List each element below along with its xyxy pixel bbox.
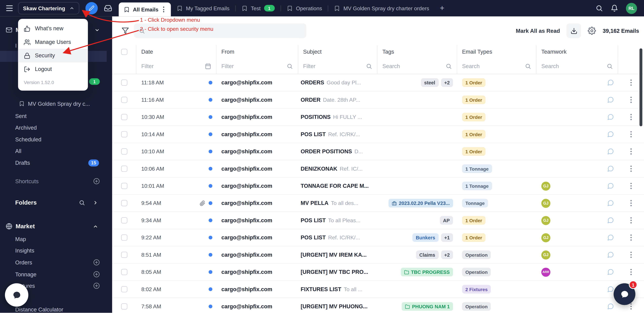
search-icon[interactable]	[596, 4, 603, 12]
teamwork-filter[interactable]: Search	[536, 58, 618, 74]
row-menu-icon[interactable]	[629, 130, 633, 139]
row-checkbox[interactable]	[121, 304, 127, 310]
row-checkbox[interactable]	[121, 149, 127, 155]
row-menu-icon[interactable]	[629, 147, 633, 156]
sidebar-item-insights[interactable]: Insights	[0, 245, 112, 256]
menu-item-whats-new[interactable]: What's new	[18, 22, 88, 35]
tag-chip[interactable]: +2	[441, 78, 453, 87]
table-row[interactable]: 8:51 AMcargo@shipfix.com[URGENT] MV IREM…	[112, 246, 644, 264]
tag-chip[interactable]: steel	[421, 78, 438, 87]
row-checkbox[interactable]	[121, 234, 127, 241]
table-row[interactable]: 10:01 AMcargo@shipfix.comTONNAGE FOR CAP…	[112, 177, 644, 195]
date-filter[interactable]: Filter	[136, 58, 216, 74]
row-checkbox[interactable]	[121, 217, 127, 224]
chat-launcher-right[interactable]: 1	[614, 283, 636, 305]
teamwork-avatar[interactable]: ARR	[541, 267, 550, 277]
row-checkbox[interactable]	[121, 252, 127, 258]
row-checkbox[interactable]	[121, 286, 127, 292]
table-row[interactable]: 11:16 AMcargo@shipfix.comORDERDate. 28th…	[112, 91, 644, 109]
tag-chip[interactable]: AP	[440, 216, 453, 225]
row-menu-icon[interactable]	[629, 164, 633, 173]
sidebar-item-tonnage[interactable]: Tonnage	[0, 269, 112, 280]
column-header-email-types[interactable]: Email Types	[457, 45, 536, 58]
comment-icon[interactable]	[607, 286, 614, 293]
row-checkbox[interactable]	[121, 165, 127, 172]
plus-circle-icon[interactable]	[93, 178, 100, 184]
row-menu-icon[interactable]	[629, 113, 633, 121]
user-avatar[interactable]: RL	[626, 3, 637, 14]
tag-chip[interactable]: +1	[441, 233, 453, 242]
add-tab-button[interactable]: +	[435, 0, 450, 16]
comment-icon[interactable]	[607, 131, 614, 138]
row-checkbox[interactable]	[121, 183, 127, 189]
sidebar-item-drafts[interactable]: Drafts 15	[0, 157, 112, 168]
column-header-tags[interactable]: Tags	[378, 45, 457, 58]
tag-chip[interactable]: Bunkers	[412, 233, 438, 242]
row-checkbox[interactable]	[121, 114, 127, 120]
tab-mv-golden-spray[interactable]: MV Golden Spray dry charter orders	[328, 0, 435, 16]
search-icon[interactable]	[79, 199, 85, 206]
sidebar-item-scheduled[interactable]: Scheduled	[0, 134, 112, 145]
comment-icon[interactable]	[607, 182, 614, 189]
comment-icon[interactable]	[607, 79, 614, 86]
row-checkbox[interactable]	[121, 269, 127, 275]
tab-test[interactable]: Test 1	[236, 0, 280, 16]
tag-chip[interactable]: Claims	[416, 250, 438, 259]
hamburger-menu-icon[interactable]	[4, 3, 15, 13]
row-menu-icon[interactable]	[629, 199, 633, 207]
comment-icon[interactable]	[607, 148, 614, 155]
tag-chip[interactable]: PHUONG NAM 1	[402, 302, 453, 311]
filter-funnel-icon[interactable]	[122, 27, 129, 34]
row-menu-icon[interactable]	[629, 216, 633, 225]
menu-item-security[interactable]: Security	[18, 49, 88, 62]
teamwork-avatar[interactable]: GJ	[541, 250, 550, 259]
search-box[interactable]	[134, 23, 306, 38]
table-row[interactable]: 8:05 AMcargo@shipfix.com[URGENT] MV TBC …	[112, 264, 644, 281]
column-header-from[interactable]: From	[216, 45, 298, 58]
sidebar-market-header[interactable]: Market	[0, 221, 112, 232]
table-row[interactable]: 11:18 AMcargo@shipfix.comORDERSGood day …	[112, 74, 644, 91]
bell-icon[interactable]	[611, 4, 618, 12]
scrollbar-thumb[interactable]	[640, 48, 642, 126]
table-row[interactable]: 10:30 AMcargo@shipfix.comPOSITIONSHi FUL…	[112, 109, 644, 126]
export-button[interactable]	[566, 23, 581, 38]
teamwork-avatar[interactable]: GJ	[541, 233, 550, 242]
tags-filter[interactable]: Search	[378, 58, 457, 74]
menu-item-logout[interactable]: Logout	[18, 62, 88, 76]
plus-circle-icon[interactable]	[93, 282, 100, 289]
inbox-tray-icon[interactable]	[104, 4, 112, 12]
column-header-date[interactable]: Date	[136, 45, 216, 58]
tab-menu-icon[interactable]	[162, 5, 166, 13]
row-checkbox[interactable]	[121, 131, 127, 137]
row-checkbox[interactable]	[121, 80, 127, 86]
tab-operations[interactable]: Operations	[281, 0, 328, 16]
mark-all-read-button[interactable]: Mark All as Read	[516, 28, 560, 34]
table-row[interactable]: 10:06 AMcargo@shipfix.comDENIZKONAKRef. …	[112, 160, 644, 177]
row-menu-icon[interactable]	[629, 233, 633, 242]
teamwork-avatar[interactable]: GJ	[541, 199, 550, 208]
tab-my-tagged-emails[interactable]: My Tagged Emails	[171, 0, 235, 16]
sidebar-item-archived[interactable]: Archived	[0, 122, 112, 133]
search-input[interactable]	[149, 27, 302, 34]
menu-item-manage-users[interactable]: Manage Users	[18, 35, 88, 49]
from-filter[interactable]: Filter	[216, 58, 298, 74]
comment-icon[interactable]	[607, 269, 614, 275]
plus-circle-icon[interactable]	[93, 271, 100, 278]
column-header-subject[interactable]: Subject	[298, 45, 378, 58]
table-row[interactable]: 9:54 AMcargo@shipfix.comMV PELLATo all d…	[112, 195, 644, 212]
sidebar-item-all[interactable]: All	[0, 146, 112, 156]
sidebar-shortcuts[interactable]: Shortcuts	[0, 176, 112, 186]
row-menu-icon[interactable]	[629, 182, 633, 190]
tab-all-emails[interactable]: All Emails	[118, 2, 171, 16]
table-row[interactable]: 10:14 AMcargo@shipfix.comPOS LISTRef. IC…	[112, 126, 644, 143]
chat-launcher-left[interactable]	[5, 283, 28, 307]
row-menu-icon[interactable]	[629, 96, 633, 104]
tag-chip[interactable]: 2023.02.20 Pella V23...	[388, 199, 453, 207]
sidebar-folders-header[interactable]: Folders	[0, 197, 112, 208]
comment-icon[interactable]	[607, 165, 614, 172]
table-row[interactable]: 7:58 AMcargo@shipfix.com[URGENT] MV PHUO…	[112, 298, 644, 313]
table-row[interactable]: 10:10 AMcargo@shipfix.comORDER POSITIONS…	[112, 143, 644, 160]
row-checkbox[interactable]	[121, 97, 127, 103]
teamwork-avatar[interactable]: GJ	[541, 181, 550, 190]
sidebar-item-map[interactable]: Map	[0, 234, 112, 244]
